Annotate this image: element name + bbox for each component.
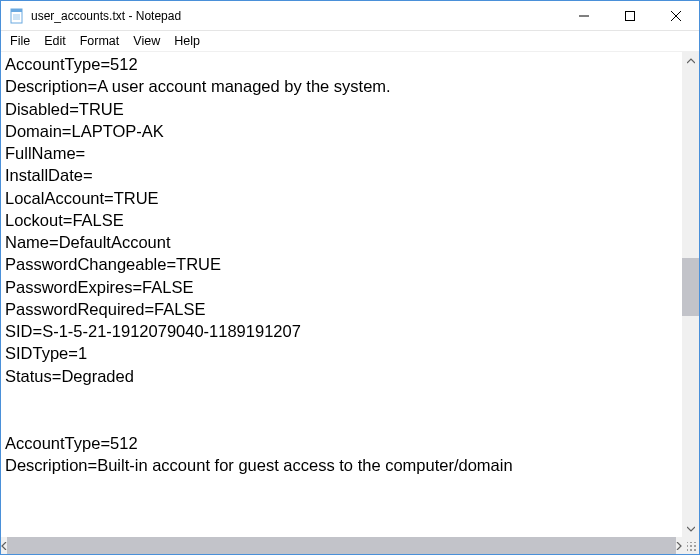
titlebar[interactable]: user_accounts.txt - Notepad	[1, 1, 699, 31]
minimize-button[interactable]	[561, 1, 607, 31]
menu-help[interactable]: Help	[167, 33, 207, 49]
maximize-button[interactable]	[607, 1, 653, 31]
menu-file[interactable]: File	[3, 33, 37, 49]
hscroll-row	[1, 537, 699, 554]
svg-rect-1	[11, 9, 22, 12]
hscroll-track[interactable]	[7, 537, 676, 554]
close-button[interactable]	[653, 1, 699, 31]
svg-rect-6	[626, 11, 635, 20]
menubar: File Edit Format View Help	[1, 31, 699, 52]
menu-format[interactable]: Format	[73, 33, 127, 49]
vscroll-track[interactable]	[682, 69, 699, 520]
scroll-down-button[interactable]	[682, 520, 699, 537]
vscroll-thumb[interactable]	[682, 258, 699, 316]
menu-edit[interactable]: Edit	[37, 33, 73, 49]
resize-grip[interactable]	[682, 537, 699, 554]
text-content[interactable]: AccountType=512 Description=A user accou…	[1, 52, 682, 537]
window-title: user_accounts.txt - Notepad	[31, 9, 181, 23]
scroll-up-button[interactable]	[682, 52, 699, 69]
editor-area: AccountType=512 Description=A user accou…	[1, 52, 699, 537]
horizontal-scrollbar[interactable]	[1, 537, 682, 554]
grip-icon	[687, 542, 697, 552]
menu-view[interactable]: View	[126, 33, 167, 49]
hscroll-thumb[interactable]	[7, 537, 676, 554]
notepad-icon	[9, 8, 25, 24]
vertical-scrollbar[interactable]	[682, 52, 699, 537]
